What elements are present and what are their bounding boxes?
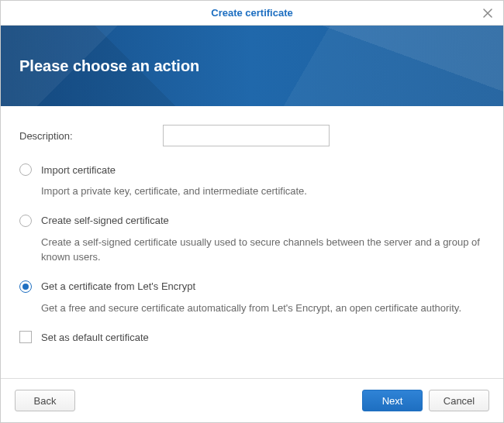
- radio-import-description: Import a private key, certificate, and i…: [41, 184, 485, 199]
- radio-lets-encrypt[interactable]: Get a certificate from Let's Encrypt: [19, 280, 485, 293]
- radio-icon: [19, 215, 32, 227]
- radio-import-certificate[interactable]: Import certificate: [19, 163, 485, 176]
- cancel-button[interactable]: Cancel: [429, 390, 489, 411]
- set-default-label: Set as default certificate: [41, 332, 149, 343]
- radio-label: Create self-signed certificate: [41, 215, 169, 226]
- description-field-row: Description:: [19, 125, 485, 146]
- window-title: Create certificate: [211, 7, 293, 19]
- footer: Back Next Cancel: [1, 378, 503, 422]
- checkbox-icon: [19, 331, 32, 343]
- radio-label: Import certificate: [41, 164, 116, 176]
- back-button[interactable]: Back: [15, 390, 75, 411]
- radio-self-signed-certificate[interactable]: Create self-signed certificate: [19, 215, 485, 227]
- close-icon[interactable]: [480, 5, 495, 21]
- radio-icon: [19, 280, 32, 293]
- page-title: Please choose an action: [19, 57, 199, 75]
- banner: Please choose an action: [1, 26, 503, 106]
- radio-lets-encrypt-description: Get a free and secure certificate automa…: [41, 301, 485, 316]
- description-input[interactable]: [163, 125, 330, 146]
- set-default-checkbox-row[interactable]: Set as default certificate: [19, 331, 485, 343]
- description-label: Description:: [19, 130, 163, 142]
- next-button[interactable]: Next: [362, 390, 423, 411]
- radio-label: Get a certificate from Let's Encrypt: [41, 280, 195, 292]
- radio-icon: [19, 163, 32, 176]
- radio-self-signed-description: Create a self-signed certificate usually…: [41, 235, 485, 265]
- content-area: Description: Import certificate Import a…: [1, 106, 503, 378]
- titlebar: Create certificate: [1, 1, 503, 26]
